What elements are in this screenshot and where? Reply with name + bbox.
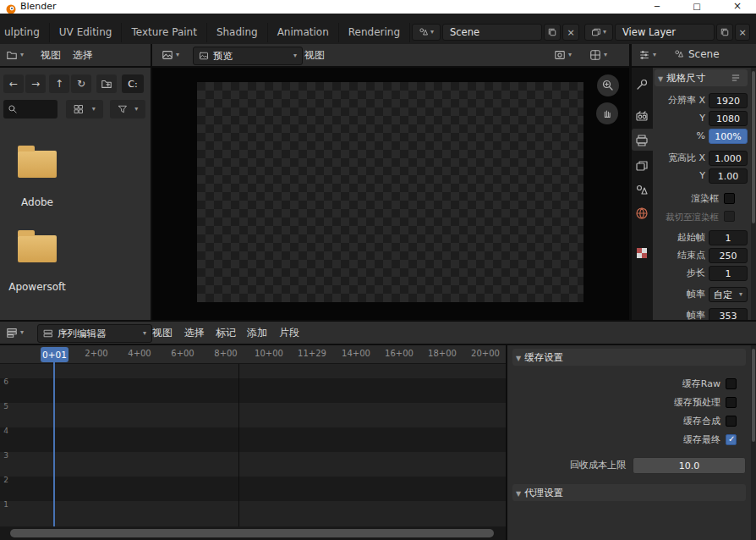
workspace-tab-compositing[interactable]: Compo — [410, 23, 411, 42]
frame-end-field[interactable]: 250 — [709, 248, 748, 263]
remove-view-layer-button[interactable]: × — [735, 24, 750, 41]
tab-output-icon[interactable] — [635, 134, 649, 147]
aspect-y-field[interactable]: 1.00 — [709, 168, 748, 184]
search-input[interactable] — [3, 100, 58, 118]
close-button[interactable]: × — [725, 0, 750, 13]
sidebar-scrollbar[interactable] — [751, 345, 756, 540]
panel-header-dimensions[interactable]: ▼规格尺寸 — [655, 69, 748, 86]
sequencer-ruler[interactable]: 2+00 4+00 6+00 8+00 10+00 11+29 14+00 16… — [0, 345, 506, 364]
fps-value-field[interactable]: 353 — [709, 308, 748, 320]
playhead-line[interactable] — [53, 362, 55, 526]
nav-forward-button[interactable]: → — [25, 74, 46, 93]
frame-end-label: 结束点 — [653, 248, 705, 263]
presets-icon[interactable] — [731, 73, 741, 83]
folder-item-adobe[interactable]: Adobe — [0, 144, 76, 212]
file-menu-view[interactable]: 视图 — [41, 48, 61, 63]
sequencer-timeline[interactable]: 6 5 4 3 2 1 — [0, 364, 506, 526]
tab-render-icon[interactable] — [635, 109, 649, 123]
pan-gizmo-button[interactable] — [596, 102, 618, 124]
image-editor-type-dropdown[interactable]: ▾ — [159, 47, 182, 63]
seq-menu-select[interactable]: 选择 — [184, 326, 205, 340]
hand-icon — [601, 107, 613, 119]
sequencer-h-scrollbar[interactable] — [0, 526, 506, 540]
resolution-percent-slider[interactable]: 100% — [709, 129, 748, 144]
image-mask-dropdown[interactable]: ▾ — [587, 47, 610, 63]
new-folder-button[interactable] — [96, 74, 117, 93]
nav-refresh-button[interactable]: ↻ — [71, 74, 91, 93]
strip-icon — [43, 328, 53, 339]
folder-name: Adobe — [3, 196, 71, 208]
view-layer-name-field[interactable]: View Layer — [615, 24, 715, 41]
seq-menu-add[interactable]: 添加 — [247, 326, 267, 340]
ruler-label: 11+29 — [295, 349, 329, 358]
tab-view-layer-icon[interactable] — [635, 159, 649, 173]
new-view-layer-button[interactable] — [716, 24, 733, 41]
blender-window: Blender ─ □ × ulpting UV Editing Texture… — [0, 0, 756, 540]
resolution-y-field[interactable]: 1080 — [709, 111, 748, 126]
sequencer-view-type-dropdown[interactable]: 序列编辑器 ▾ — [37, 324, 152, 343]
resolution-x-label: 分辨率 X — [653, 93, 705, 108]
cache-raw-checkbox[interactable] — [726, 378, 737, 389]
tab-texture-icon[interactable] — [635, 246, 649, 263]
tab-scene-icon[interactable] — [635, 184, 649, 197]
tab-tool-icon[interactable] — [635, 78, 649, 91]
workspace-tab-shading[interactable]: Shading — [207, 23, 268, 42]
collapse-triangle-icon: ▼ — [516, 490, 521, 498]
zoom-gizmo-button[interactable] — [597, 74, 619, 96]
cache-composite-checkbox[interactable] — [726, 416, 737, 427]
image-selector-dropdown[interactable]: 预览 ▾ — [193, 47, 303, 65]
cache-preprocessed-checkbox[interactable] — [726, 397, 737, 408]
unlink-scene-button[interactable]: × — [562, 24, 579, 41]
view-layer-browse-dropdown[interactable]: ▾ — [584, 24, 613, 41]
folder-item-apowersoft[interactable]: Apowersoft — [0, 229, 76, 296]
seq-menu-view[interactable]: 视图 — [152, 326, 173, 340]
channel-number: 6 — [1, 377, 11, 386]
zoom-icon — [601, 79, 615, 92]
crop-to-region-checkbox[interactable] — [724, 211, 735, 222]
workspace-tab-rendering[interactable]: Rendering — [339, 23, 410, 42]
resolution-x-field[interactable]: 1920 — [709, 93, 748, 108]
workspace-tab-texture-paint[interactable]: Texture Paint — [122, 23, 206, 42]
file-menu-select[interactable]: 选择 — [73, 48, 93, 63]
workspace-tab-animation[interactable]: Animation — [268, 23, 339, 42]
divider[interactable] — [629, 44, 632, 320]
divider[interactable] — [151, 44, 152, 320]
cache-raw-label: 缓存Raw — [507, 377, 720, 391]
drive-path-field[interactable]: C: — [122, 74, 144, 93]
seq-menu-marker[interactable]: 标记 — [216, 326, 236, 340]
aspect-x-field[interactable]: 1.000 — [709, 151, 748, 166]
cache-final-label: 缓存最终 — [507, 433, 720, 447]
panel-header-proxy[interactable]: ▼代理设置 — [512, 484, 746, 501]
display-mode-buttons[interactable]: ▾ — [66, 100, 103, 118]
file-browser-editor-type-dropdown[interactable]: ▾ — [3, 47, 26, 63]
frame-start-field[interactable]: 1 — [709, 230, 748, 245]
channel-number: 2 — [1, 476, 11, 484]
new-scene-button[interactable] — [544, 24, 561, 41]
properties-scrollbar[interactable] — [751, 68, 756, 320]
recycle-limit-field[interactable]: 10.0 — [633, 457, 746, 474]
image-editor[interactable] — [152, 68, 629, 320]
filter-dropdown[interactable]: ▾ — [110, 100, 145, 118]
collapse-triangle-icon: ▼ — [658, 75, 663, 83]
frame-step-field[interactable]: 1 — [709, 266, 748, 281]
cache-final-checkbox[interactable] — [726, 434, 737, 445]
properties-editor-type-dropdown[interactable]: ▾ — [636, 47, 659, 63]
minimize-button[interactable]: ─ — [644, 0, 670, 13]
image-display-channels-dropdown[interactable]: ▾ — [551, 47, 574, 63]
tab-world-icon[interactable] — [635, 207, 649, 223]
nav-up-button[interactable]: ↑ — [49, 74, 69, 93]
maximize-button[interactable]: □ — [684, 0, 709, 13]
seq-menu-strip[interactable]: 片段 — [279, 326, 299, 340]
render-region-checkbox[interactable] — [724, 193, 735, 204]
current-frame-indicator[interactable]: 0+01 — [41, 347, 68, 362]
workspace-tab-sculpting[interactable]: ulpting — [0, 23, 50, 42]
image-menu-view[interactable]: 视图 — [304, 48, 325, 63]
nav-back-button[interactable]: ← — [3, 74, 24, 93]
workspace-tab-uv-editing[interactable]: UV Editing — [50, 23, 123, 42]
ruler-label: 16+00 — [382, 349, 416, 358]
sequencer-editor-type-dropdown[interactable]: ▾ — [3, 325, 26, 340]
scene-name-field[interactable]: Scene — [442, 24, 542, 41]
panel-header-cache[interactable]: ▼缓存设置 — [512, 349, 746, 366]
frame-rate-dropdown[interactable]: 自定▾ — [709, 287, 748, 302]
scene-browse-dropdown[interactable]: ▾ — [412, 24, 441, 41]
